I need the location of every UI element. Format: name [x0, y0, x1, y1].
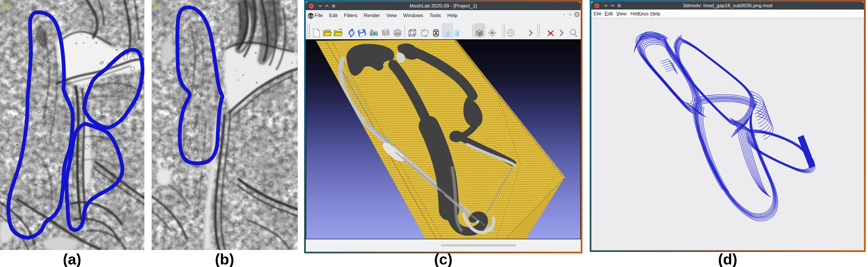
svg-text:35: 35	[2, 1, 9, 8]
svg-text:55: 55	[154, 1, 160, 8]
